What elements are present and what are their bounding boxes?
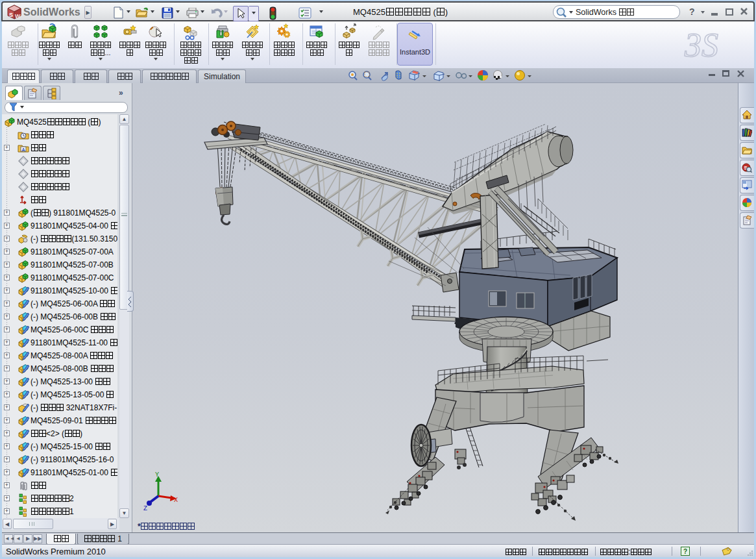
svg-text:Y: Y <box>155 471 159 478</box>
svg-text:Z: Z <box>143 505 147 512</box>
svg-text:W: W <box>15 13 21 19</box>
svg-text:3S: 3S <box>684 27 718 64</box>
svg-text:S: S <box>9 12 13 18</box>
svg-text:A: A <box>22 147 25 152</box>
svg-text:X: X <box>174 497 178 504</box>
